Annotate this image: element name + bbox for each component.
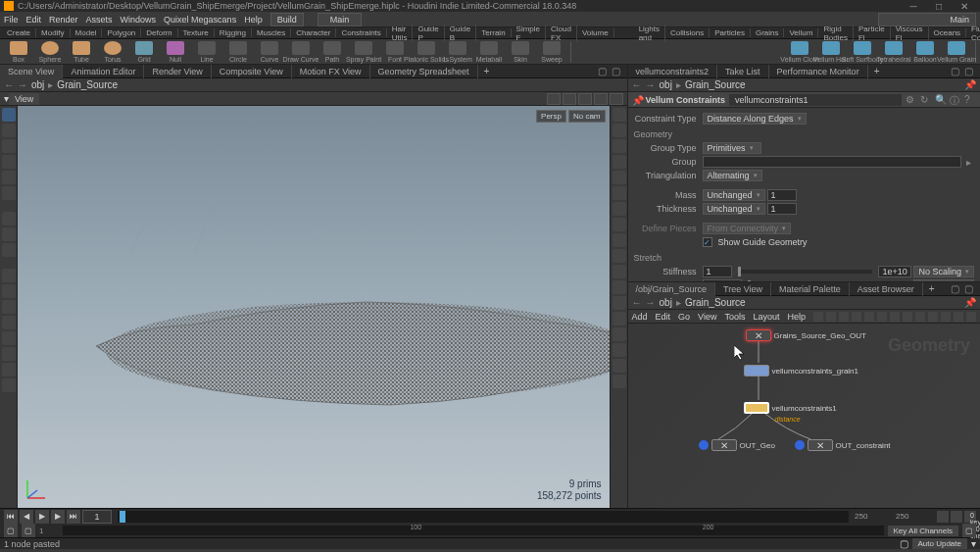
timeline-play-button[interactable]: ▶: [35, 510, 49, 524]
display-option[interactable]: [612, 249, 626, 263]
shelf-tool-line[interactable]: Line: [192, 41, 221, 63]
shelf-tab[interactable]: Cloud FX: [546, 25, 577, 42]
display-option[interactable]: [612, 280, 626, 294]
shelf-tool-platonic[interactable]: Platonic Solids: [412, 41, 441, 63]
shelf-tool-metaball[interactable]: Metaball: [474, 41, 504, 63]
display-flag-icon[interactable]: [699, 440, 709, 450]
path-node[interactable]: Grain_Source: [685, 79, 746, 90]
shelf-tool-soft-surfbody[interactable]: Soft Surfbody: [848, 41, 877, 63]
pane-tab-renderview[interactable]: Render View: [144, 65, 211, 78]
pane-tab-motionfx[interactable]: Motion FX View: [292, 65, 370, 78]
range-end-global[interactable]: 250: [896, 512, 935, 521]
group-picker-icon[interactable]: ▸: [966, 157, 971, 168]
desktop-selector[interactable]: Build: [270, 13, 304, 26]
thickness-input[interactable]: [767, 203, 797, 215]
camera-persp[interactable]: Persp: [536, 110, 566, 123]
show-guide-checkbox[interactable]: [703, 237, 712, 247]
timeline-icon[interactable]: [937, 511, 949, 523]
tool-mask[interactable]: [2, 300, 16, 314]
shelf-tool-tube[interactable]: Tube: [67, 41, 96, 63]
status-dropdown-icon[interactable]: ▾: [971, 538, 976, 549]
path-back[interactable]: ←: [632, 79, 642, 90]
node-vellumconstraints-grain1[interactable]: vellumconstraints_grain1: [744, 365, 859, 376]
shelf-tool-curve[interactable]: Curve: [255, 41, 284, 63]
shelf-tool-box[interactable]: Box: [4, 41, 33, 63]
net-tool-icon[interactable]: [903, 312, 912, 322]
path-root[interactable]: obj: [660, 297, 672, 308]
display-option[interactable]: [612, 139, 626, 153]
display-option[interactable]: [612, 124, 626, 137]
path-fwd[interactable]: →: [18, 79, 27, 90]
net-menu-add[interactable]: Add: [632, 312, 648, 322]
close-button[interactable]: ✕: [953, 0, 976, 12]
search-icon[interactable]: 🔍: [935, 94, 947, 106]
shelf-tool-sphere[interactable]: Sphere: [35, 41, 65, 63]
shelf-tab[interactable]: Texture: [178, 28, 215, 37]
timeline-next-button[interactable]: ▶: [51, 510, 65, 524]
pin-icon[interactable]: 📌: [964, 79, 976, 90]
pane-tab-add[interactable]: +: [478, 66, 496, 76]
path-fwd[interactable]: →: [646, 79, 656, 90]
shelf-tab[interactable]: Modify: [36, 28, 71, 37]
range-end[interactable]: 250: [855, 512, 894, 521]
timeline-icon[interactable]: [951, 511, 962, 523]
pane-tab-sceneview[interactable]: Scene View: [0, 65, 63, 78]
view-tool-icon[interactable]: [547, 93, 561, 105]
tool-paint[interactable]: [2, 363, 16, 376]
display-option[interactable]: [612, 312, 626, 326]
key-all-channels-button[interactable]: Key All Channels: [888, 526, 958, 536]
net-tool-icon[interactable]: [915, 312, 925, 322]
param-tab-add[interactable]: +: [868, 66, 886, 76]
tool-group[interactable]: [2, 269, 16, 282]
shelf-tool-tetrahedral[interactable]: Tetrahedral: [879, 41, 908, 63]
viewport-3d[interactable]: Persp No cam: [18, 106, 610, 508]
shelf-tab[interactable]: Collisions: [665, 28, 710, 37]
net-tool-icon[interactable]: [928, 312, 938, 322]
shelf-tab[interactable]: Polygon: [102, 28, 141, 37]
net-tool-icon[interactable]: [954, 312, 963, 322]
display-flag-icon[interactable]: [795, 440, 805, 450]
shelf-tab[interactable]: Oceans: [929, 28, 967, 37]
shelf-tool-lsystem[interactable]: L-System: [443, 41, 472, 63]
pane-tab-geospread[interactable]: Geometry Spreadsheet: [370, 65, 478, 78]
shelf-tab[interactable]: Character: [291, 28, 336, 37]
net-tool-icon[interactable]: [864, 312, 874, 322]
menu-quixel[interactable]: Quixel Megascans: [164, 15, 236, 25]
shelf-tab[interactable]: Vellum: [784, 28, 818, 37]
path-back[interactable]: ←: [632, 297, 642, 308]
display-option[interactable]: [612, 327, 626, 341]
net-menu-tools[interactable]: Tools: [724, 312, 745, 322]
view-tool-icon[interactable]: [594, 93, 608, 105]
triangulation-select[interactable]: Alternating: [703, 170, 762, 181]
shelf-tool-vellum-cloth[interactable]: Vellum Cloth: [785, 41, 814, 63]
net-tab-add[interactable]: +: [923, 283, 941, 294]
mass-input[interactable]: [767, 189, 797, 201]
net-tab-material[interactable]: Material Palette: [771, 282, 850, 296]
net-tool-icon[interactable]: [877, 312, 887, 322]
net-tool-icon[interactable]: [813, 312, 823, 322]
shelf-tab[interactable]: Fluid Con: [966, 25, 980, 42]
shelf-tool-skin[interactable]: Skin: [506, 41, 535, 63]
shelf-tab[interactable]: Terrain: [476, 28, 511, 37]
net-menu-help[interactable]: Help: [787, 312, 806, 322]
pane-icon[interactable]: ▢: [598, 66, 610, 77]
display-option[interactable]: [612, 155, 626, 169]
pane-tab-compview[interactable]: Composite View: [212, 65, 292, 78]
menu-edit[interactable]: Edit: [26, 15, 42, 25]
view-label[interactable]: View: [9, 93, 39, 105]
path-root[interactable]: obj: [660, 79, 672, 90]
tool-secure[interactable]: [2, 284, 16, 298]
shelf-tool-grid[interactable]: Grid: [129, 41, 159, 63]
net-menu-layout[interactable]: Layout: [753, 312, 779, 322]
shelf-tab[interactable]: Simple F: [512, 25, 546, 42]
tool-rotate[interactable]: [2, 139, 16, 153]
node-out-constraint[interactable]: ✕ OUT_constraint: [795, 439, 891, 451]
channel-track[interactable]: [63, 526, 884, 535]
display-option[interactable]: [612, 265, 626, 278]
net-tab-asset[interactable]: Asset Browser: [850, 282, 923, 296]
net-tool-icon[interactable]: [890, 312, 900, 322]
pane-icon[interactable]: ▢: [951, 66, 962, 77]
menu-render[interactable]: Render: [49, 15, 78, 25]
pin-icon[interactable]: 📌: [632, 95, 642, 105]
shelf-tool-vellum-grain[interactable]: Vellum Grain: [942, 41, 971, 63]
